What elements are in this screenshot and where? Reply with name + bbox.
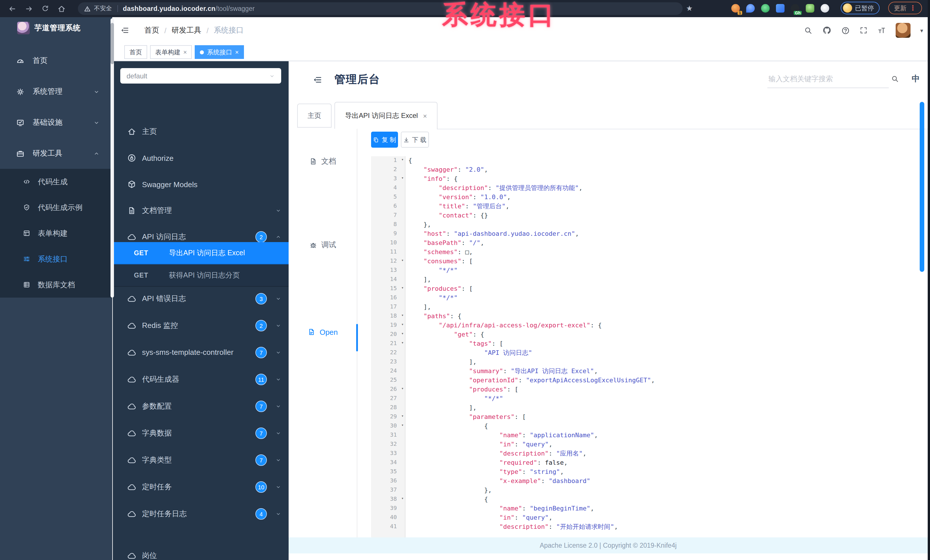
controller-item[interactable]: 字典数据 7 (113, 419, 289, 446)
doc-search-icon[interactable] (891, 75, 899, 83)
github-icon[interactable] (822, 26, 831, 35)
extension-icon[interactable] (761, 4, 770, 12)
code-line: "get": { (408, 330, 918, 339)
search-icon[interactable] (804, 26, 813, 35)
count-badge: 10 (256, 481, 267, 493)
doc-tab[interactable]: 主页 (297, 104, 331, 127)
tab-open[interactable]: Open (289, 321, 357, 344)
sidebar-item-form-builder[interactable]: 表单构建 (0, 220, 112, 246)
breadcrumb-item[interactable]: 首页 (144, 25, 159, 35)
tab-document[interactable]: 文档 (289, 150, 357, 173)
controller-item[interactable]: 字典类型 7 (113, 446, 289, 473)
user-avatar[interactable] (896, 23, 910, 38)
extension-icon[interactable] (806, 4, 815, 12)
code-icon (23, 178, 30, 186)
sidebar-item-label: 首页 (32, 55, 48, 66)
fullscreen-icon[interactable] (859, 26, 868, 34)
profile-paused-pill[interactable]: 已暂停 (841, 2, 879, 14)
address-bar[interactable]: 不安全 dashboard.yudao.iocoder.cn /tool/swa… (78, 2, 683, 15)
line-number[interactable]: 18▾ (371, 312, 405, 321)
sidebar-item-system[interactable]: 系统管理 (0, 76, 112, 107)
tab-debug[interactable]: 调试 (289, 233, 357, 256)
line-number[interactable]: 19▾ (371, 321, 405, 330)
sidebar-item-home[interactable]: 首页 (0, 45, 112, 76)
cloud-icon (127, 509, 136, 518)
doc-search-input[interactable] (767, 74, 889, 84)
tab-label: 调试 (321, 240, 336, 250)
caret-down-icon[interactable]: ▾ (920, 27, 923, 34)
extension-icon[interactable] (776, 4, 785, 12)
line-number[interactable]: 3▾ (371, 175, 405, 184)
font-size-icon[interactable] (877, 26, 886, 35)
code-editor[interactable]: { "swagger": "2.0", "info": { "descripti… (408, 156, 918, 537)
line-number[interactable]: 30▾ (371, 422, 405, 431)
update-pill[interactable]: 更新 ⋮ (888, 2, 922, 14)
line-number[interactable]: 20▾ (371, 330, 405, 339)
extension-icon[interactable] (746, 4, 755, 12)
scrollbar-thumb[interactable] (111, 23, 114, 64)
doc-tab-active[interactable]: 导出API 访问日志 Excel × (334, 102, 437, 129)
line-number[interactable]: 12▾ (371, 257, 405, 266)
help-icon[interactable] (841, 26, 850, 35)
controller-item[interactable]: 代码生成器 11 (113, 366, 289, 393)
extension-icon[interactable] (821, 4, 829, 12)
line-number[interactable]: 29▾ (371, 413, 405, 422)
sidebar-item-infra[interactable]: 基础设施 (0, 107, 112, 138)
tag-item[interactable]: 表单构建 × (150, 45, 192, 59)
back-icon[interactable] (8, 4, 17, 13)
extension-icon[interactable]: Gh (791, 4, 799, 12)
sidebar-item-db-doc[interactable]: 数据库文档 (0, 272, 112, 298)
code-line: "x-example": "dashboard" (408, 477, 918, 486)
line-number[interactable]: 26▾ (371, 385, 405, 394)
controller-item[interactable]: 岗位 (113, 542, 289, 560)
controller-item[interactable]: API 错误日志 3 (113, 285, 289, 312)
extension-icon[interactable]: 1 (731, 4, 740, 12)
forward-icon[interactable] (25, 4, 33, 13)
sidebar-scrollbar[interactable] (111, 18, 114, 298)
swagger-menu-item[interactable]: Authorize (113, 145, 289, 171)
line-number[interactable]: 21▾ (371, 339, 405, 348)
cloud-icon (127, 455, 136, 465)
sidebar-item-codegen[interactable]: 代码生成 (0, 169, 112, 195)
sidebar-item-codegen-demo[interactable]: 代码生成示例 (0, 195, 112, 220)
collapse-sidebar-icon[interactable] (120, 26, 129, 35)
browser-menu-icon[interactable]: ⋮ (909, 4, 916, 12)
controller-item[interactable]: 定时任务日志 4 (113, 500, 289, 527)
swagger-menu-item[interactable]: 主页 (113, 118, 289, 145)
api-group-select[interactable]: default (120, 68, 281, 84)
line-number[interactable]: 1▾ (371, 156, 405, 166)
code-line: "in": "query", (408, 440, 918, 449)
code-line: "produces": [ (408, 284, 918, 294)
swagger-menu-item[interactable]: Swagger Models (113, 171, 289, 198)
controller-item[interactable]: 参数配置 7 (113, 393, 289, 419)
tag-item[interactable]: 首页 (124, 45, 147, 59)
active-dot (200, 50, 204, 54)
content-scrollbar-thumb[interactable] (920, 102, 924, 272)
controller-item[interactable]: sys-sms-template-controller 7 (113, 339, 289, 366)
sidebar-item-system-api[interactable]: 系统接口 (0, 246, 112, 272)
breadcrumb-item[interactable]: 研发工具 (171, 25, 201, 35)
window-edge (928, 0, 930, 560)
code-line: "API 访问日志" (408, 348, 918, 358)
language-toggle[interactable]: 中 (912, 74, 920, 84)
reload-icon[interactable] (41, 5, 49, 12)
api-icon (23, 255, 30, 263)
line-number[interactable]: 38▾ (371, 495, 405, 504)
app-logo[interactable]: 芋道管理系统 (0, 17, 112, 39)
close-icon[interactable]: × (235, 49, 239, 55)
tag-active[interactable]: 系统接口 × (195, 45, 244, 59)
sidebar-item-devtools[interactable]: 研发工具 (0, 138, 112, 169)
controller-item[interactable]: Redis 监控 2 (113, 312, 289, 339)
copy-button[interactable]: 复 制 (371, 132, 398, 148)
close-icon[interactable]: × (423, 112, 427, 120)
operation-item[interactable]: GET 导出API 访问日志 Excel (113, 242, 289, 264)
download-button[interactable]: 下 载 (401, 132, 429, 148)
close-icon[interactable]: × (183, 49, 187, 55)
bookmark-star-icon[interactable]: ★ (686, 4, 693, 13)
collapse-doc-menu-icon[interactable] (313, 75, 322, 85)
swagger-menu-item[interactable]: 文档管理 (113, 198, 289, 224)
line-number[interactable]: 15▾ (371, 284, 405, 294)
home-browser-icon[interactable] (57, 4, 66, 13)
controller-item[interactable]: 定时任务 10 (113, 473, 289, 500)
operation-item[interactable]: GET 获得API 访问日志分页 (113, 264, 289, 287)
